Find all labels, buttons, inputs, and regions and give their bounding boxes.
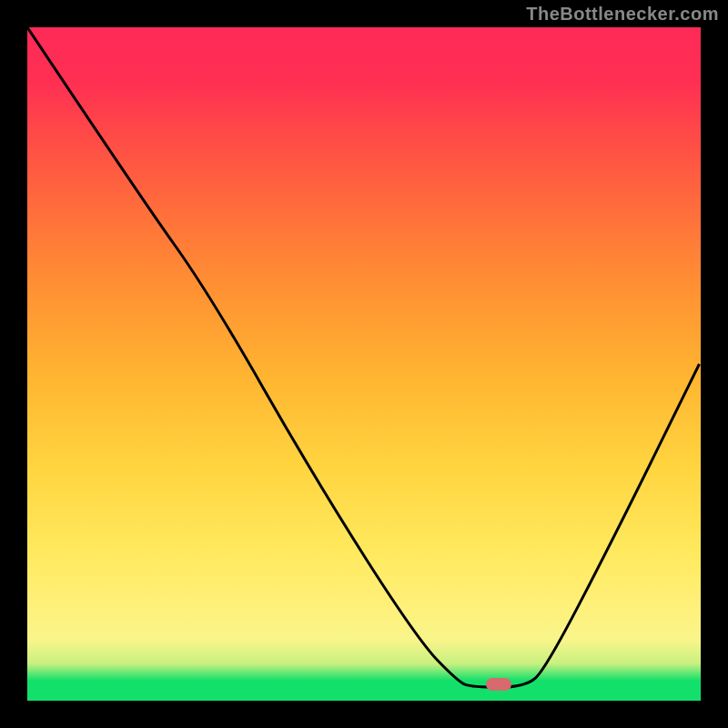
bottleneck-curve-path xyxy=(27,27,700,687)
plot-area xyxy=(27,27,701,701)
watermark-text: TheBottlenecker.com xyxy=(526,4,719,25)
bottleneck-curve xyxy=(27,27,701,701)
optimal-point-marker xyxy=(486,678,511,691)
chart-frame: TheBottlenecker.com xyxy=(0,0,728,728)
